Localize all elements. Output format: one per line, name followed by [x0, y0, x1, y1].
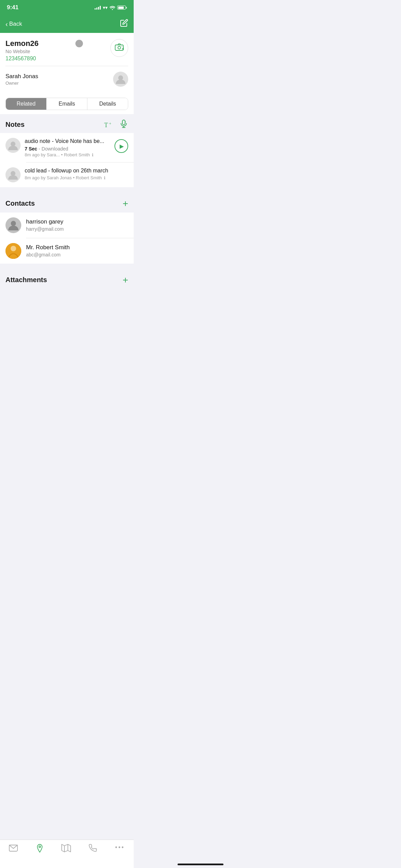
wifi-icon: ▾▾	[103, 5, 108, 10]
back-label: Back	[9, 21, 22, 27]
note-item-2[interactable]: cold lead - followup on 26th march 8m ag…	[0, 162, 134, 187]
svg-text:+: +	[109, 121, 111, 126]
signal-bars-icon	[95, 5, 101, 10]
status-time: 9:41	[7, 4, 19, 11]
company-name: Lemon26	[5, 39, 39, 48]
note-content-2: cold lead - followup on 26th march 8m ag…	[25, 167, 128, 180]
contact-avatar-2	[5, 243, 21, 259]
contact-info-2: Mr. Robert Smith abc@gmail.com	[26, 244, 70, 257]
note-time-1: 8m ago by Sara... • Robert Smith ℹ	[25, 152, 110, 157]
contact-item-2[interactable]: Mr. Robert Smith abc@gmail.com	[0, 238, 134, 264]
owner-row: Sarah Jonas Owner	[5, 70, 128, 89]
note-item-1[interactable]: audio note - Voice Note has be... 7 Sec …	[0, 133, 134, 162]
tab-bar: Related Emails Details	[0, 95, 134, 114]
battery-icon	[117, 5, 127, 10]
status-dot	[75, 40, 83, 47]
svg-point-14	[11, 246, 16, 251]
notes-card: audio note - Voice Note has be... 7 Sec …	[0, 133, 134, 187]
status-icons: ▾▾	[95, 5, 127, 10]
note-avatar-1	[5, 138, 21, 153]
text-note-button[interactable]: T +	[104, 121, 114, 129]
note-title-1: audio note - Voice Note has be...	[25, 138, 110, 145]
note-duration: 7 Sec	[25, 146, 37, 152]
edit-icon[interactable]	[120, 19, 128, 29]
add-attachment-button[interactable]: +	[123, 275, 128, 286]
contact-name-2: Mr. Robert Smith	[26, 244, 70, 251]
svg-text:T: T	[104, 122, 108, 129]
divider	[5, 66, 128, 66]
notes-title: Notes	[5, 121, 25, 129]
svg-point-1	[118, 46, 121, 49]
info-icon: ℹ	[92, 153, 94, 157]
voice-note-button[interactable]: +	[119, 120, 128, 130]
notes-actions: T + +	[104, 120, 128, 130]
attachments-section-header: Attachments +	[0, 269, 134, 289]
svg-point-10	[11, 142, 15, 146]
contact-email-2: abc@gmail.com	[26, 252, 70, 257]
contacts-title: Contacts	[5, 200, 35, 207]
play-button[interactable]: ▶	[114, 139, 128, 153]
tab-group: Related Emails Details	[5, 98, 128, 110]
nav-bar: ‹ Back	[0, 15, 134, 33]
svg-point-12	[11, 221, 16, 226]
header-main: Lemon26 No Website 1234567890 +	[5, 39, 128, 62]
contact-email-1: harry@gmail.com	[26, 226, 64, 232]
notes-section-header: Notes T + +	[0, 114, 134, 133]
info-icon-2: ℹ	[104, 176, 106, 180]
content-area: Notes T + +	[0, 114, 134, 316]
status-bar: 9:41 ▾▾	[0, 0, 134, 15]
tab-emails[interactable]: Emails	[47, 98, 87, 110]
owner-avatar	[113, 72, 128, 87]
add-contact-button[interactable]: +	[123, 198, 128, 209]
header-info: Lemon26 No Website 1234567890	[5, 39, 39, 62]
owner-name: Sarah Jonas	[5, 73, 38, 80]
tab-details[interactable]: Details	[87, 98, 128, 110]
attachments-title: Attachments	[5, 276, 47, 284]
note-content-1: audio note - Voice Note has be... 7 Sec …	[25, 138, 110, 157]
back-button[interactable]: ‹ Back	[5, 20, 22, 28]
svg-text:+: +	[124, 120, 126, 124]
company-phone[interactable]: 1234567890	[5, 56, 39, 62]
contacts-section-header: Contacts +	[0, 193, 134, 213]
note-avatar-2	[5, 167, 21, 182]
attachments-section: Attachments +	[0, 269, 134, 316]
contact-info-1: harrison garey harry@gmail.com	[26, 218, 64, 232]
play-icon: ▶	[120, 143, 124, 149]
tab-related[interactable]: Related	[6, 98, 46, 110]
owner-info: Sarah Jonas Owner	[5, 73, 38, 86]
camera-icon: +	[115, 43, 124, 53]
svg-point-3	[118, 75, 123, 80]
wifi-icon	[110, 5, 115, 10]
contact-item-1[interactable]: harrison garey harry@gmail.com	[0, 213, 134, 238]
note-meta-1: 7 Sec - Downloaded	[25, 146, 110, 152]
note-status: Downloaded	[41, 146, 68, 152]
note-separator: -	[39, 146, 40, 152]
camera-button[interactable]: +	[110, 39, 128, 57]
note-time-2: 8m ago by Sarah Jonas • Robert Smith ℹ	[25, 175, 128, 180]
header-card: Lemon26 No Website 1234567890 + Sarah Jo…	[0, 33, 134, 95]
company-website: No Website	[5, 49, 39, 54]
contacts-card: harrison garey harry@gmail.com	[0, 213, 134, 264]
back-arrow-icon: ‹	[5, 20, 8, 28]
contact-avatar-1	[5, 217, 21, 233]
note-title-2: cold lead - followup on 26th march	[25, 167, 128, 174]
contact-name-1: harrison garey	[26, 218, 64, 225]
owner-role: Owner	[5, 81, 38, 86]
svg-point-11	[11, 171, 15, 176]
